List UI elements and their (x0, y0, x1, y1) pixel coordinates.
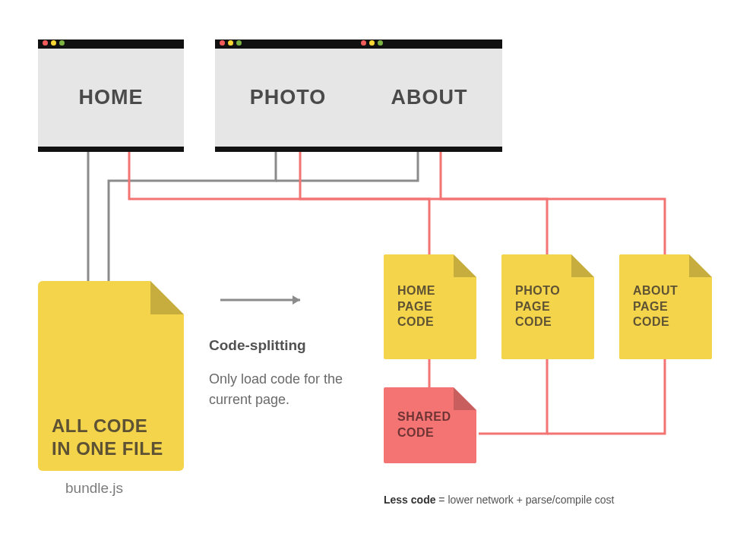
close-icon (43, 40, 48, 46)
maximize-icon (236, 40, 242, 46)
maximize-icon (378, 40, 383, 46)
svg-marker-1 (293, 295, 300, 305)
chunk-about: ABOUT PAGE CODE (619, 254, 712, 359)
footnote-rest: = lower network + parse/compile cost (435, 494, 614, 506)
browser-window-about: ABOUT (356, 39, 502, 152)
minimize-icon (369, 40, 375, 46)
chunk-label: ABOUT PAGE CODE (633, 283, 698, 330)
footnote: Less code = lower network + parse/compil… (384, 494, 614, 506)
chunk-label: PHOTO PAGE CODE (515, 283, 580, 330)
maximize-icon (59, 40, 65, 46)
window-title: PHOTO (250, 86, 327, 109)
chunk-label: HOME PAGE CODE (397, 283, 463, 330)
window-title: ABOUT (391, 86, 468, 109)
bundle-file: ALL CODE IN ONE FILE (38, 281, 184, 471)
browser-window-photo: PHOTO (215, 39, 361, 152)
code-splitting-heading: Code-splitting (209, 337, 376, 354)
close-icon (361, 40, 366, 46)
window-title: HOME (79, 86, 144, 109)
window-control-dots (361, 40, 383, 46)
footnote-bold: Less code (384, 494, 435, 506)
chunk-shared: SHARED CODE (384, 387, 476, 463)
center-explanation: Code-splitting Only load code for the cu… (209, 337, 376, 410)
chunk-label: SHARED CODE (397, 409, 463, 441)
window-control-dots (220, 40, 242, 46)
window-control-dots (43, 40, 65, 46)
bundle-file-label: ALL CODE IN ONE FILE (52, 415, 170, 460)
chunk-home: HOME PAGE CODE (384, 254, 476, 359)
minimize-icon (228, 40, 233, 46)
browser-window-home: HOME (38, 39, 184, 152)
chunk-photo: PHOTO PAGE CODE (501, 254, 594, 359)
bundle-filename: bundle.js (65, 480, 123, 497)
code-splitting-body: Only load code for the current page. (209, 369, 376, 410)
minimize-icon (51, 40, 56, 46)
close-icon (220, 40, 225, 46)
